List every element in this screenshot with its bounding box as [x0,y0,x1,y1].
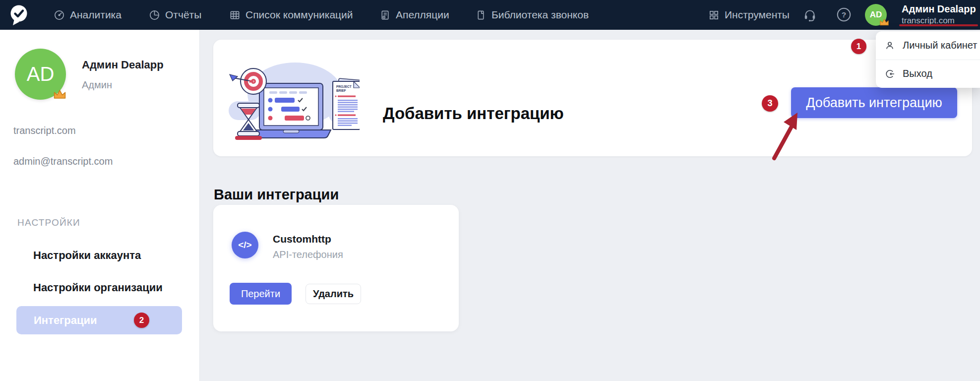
help-button[interactable]: ? [836,6,852,22]
delete-integration-button[interactable]: Удалить [306,284,361,304]
table-icon [229,9,241,21]
navbar-user-org: transcript.com [902,16,976,25]
app-window: Аналитика Отчёты Список коммуникаций Апе… [0,0,980,381]
nav-tools-label: Инструменты [725,9,790,21]
nav-call-library[interactable]: Библиотека звонков [475,0,589,30]
menu-item-personal-account-label: Личный кабинет [903,40,977,51]
nav-communications-label: Список коммуникаций [245,9,353,21]
apps-grid-icon [708,9,720,21]
app-logo[interactable] [8,3,30,26]
crown-icon [879,18,889,28]
nav-reports[interactable]: Отчёты [149,0,201,30]
integration-name: Customhttp [273,233,331,245]
profile-email: admin@transcript.com [13,156,113,167]
nav-appeals[interactable]: Апелляции [379,0,449,30]
nav-analytics-label: Аналитика [70,9,122,21]
integrations-heading: Ваши интеграции [214,187,339,203]
menu-item-logout-label: Выход [903,68,932,79]
sidebar-item-org-settings[interactable]: Настройки организации [33,281,163,294]
nav-call-library-label: Библиотека звонков [491,9,589,21]
nav-reports-label: Отчёты [165,9,201,21]
navbar-user-name: Админ Dealapp [902,4,976,14]
logo-icon [8,3,30,26]
doc-text-line2: BRIEF [336,89,346,92]
nav-tools[interactable]: Инструменты [708,0,790,30]
top-navbar: Аналитика Отчёты Список коммуникаций Апе… [0,0,980,30]
page-title: Добавить интеграцию [383,104,564,123]
nav-communications-list[interactable]: Список коммуникаций [229,0,353,30]
doc-text-line1: PROJECT [336,85,352,88]
integration-card: </> Customhttp API-телефония Перейти Уда… [213,205,459,331]
open-integration-button[interactable]: Перейти [230,283,292,305]
profile-avatar-initials: AD [27,63,55,85]
org-underline-annotation [899,24,978,26]
question-circle-icon: ? [836,7,852,22]
sidebar-item-integrations[interactable]: Интеграции 2 [16,306,182,334]
menu-item-logout[interactable]: Выход [876,60,980,88]
integration-type: API-телефония [273,249,343,260]
menu-item-personal-account[interactable]: Личный кабинет [876,31,980,60]
navbar-user-block[interactable]: Админ Dealapp transcript.com [902,4,976,25]
file-icon [475,9,487,21]
integration-illustration: PROJECT BRIEF [226,55,360,145]
annotation-arrow [766,107,811,163]
add-integration-button[interactable]: Добавить интеграцию [791,87,957,118]
sidebar-item-account-settings[interactable]: Настройки аккаунта [33,249,141,262]
settings-sidebar: AD Админ Dealapp Админ transcript.com ad… [0,30,200,381]
support-button[interactable] [801,7,818,24]
headset-icon [802,8,817,23]
sidebar-item-integrations-label: Интеграции [34,314,97,327]
profile-name: Админ Dealapp [82,59,164,71]
person-icon [884,40,895,51]
svg-text:?: ? [841,10,846,19]
code-icon: </> [232,232,258,258]
gauge-icon [54,9,65,21]
crown-icon [53,89,66,102]
logout-icon [884,68,895,79]
document-seal-icon [379,9,391,21]
nav-appeals-label: Апелляции [396,9,449,21]
sidebar-section-title: НАСТРОЙКИ [17,217,80,228]
profile-org: transcript.com [13,125,76,136]
nav-analytics[interactable]: Аналитика [54,0,122,30]
profile-role: Админ [82,79,112,91]
step-badge-2: 2 [134,313,149,328]
step-badge-1: 1 [851,39,866,54]
user-menu-dropdown: Личный кабинет Выход [876,31,980,88]
pie-chart-icon [149,9,160,21]
